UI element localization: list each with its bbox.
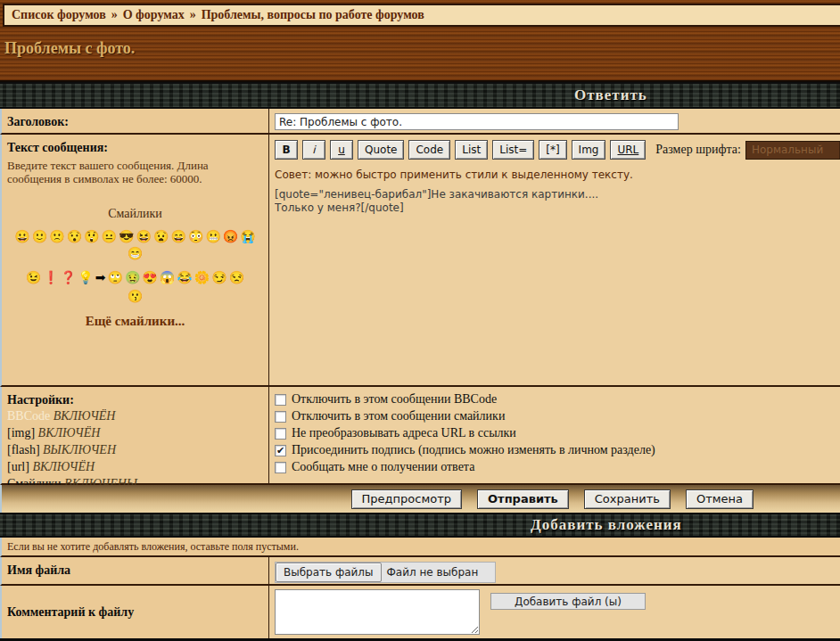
more-smilies-link[interactable]: Ещё смайлики... [7, 314, 263, 329]
smiley-icon[interactable]: 😆 [136, 229, 152, 245]
disable-bbcode-checkbox[interactable] [275, 394, 286, 406]
smiley-icon[interactable]: 😱 [160, 270, 175, 286]
no-url-links-checkbox[interactable] [275, 428, 286, 440]
smiley-icon[interactable]: ❗ [43, 270, 58, 286]
wood-header: Список форумов » О форумах » Проблемы, в… [0, 0, 840, 82]
smiley-icon[interactable]: 😡 [223, 229, 238, 245]
options-row: Настройки: BBCode ВКЛЮЧЁН [img] ВКЛЮЧЁН … [0, 387, 840, 485]
disable-smilies-checkbox[interactable] [275, 411, 286, 423]
message-label: Текст сообщения: [7, 141, 108, 154]
img-button[interactable]: Img [572, 140, 606, 160]
subject-input[interactable] [275, 113, 679, 130]
smiley-icon[interactable]: 😎 [119, 229, 134, 245]
italic-button[interactable]: i [302, 140, 325, 160]
smilies-title: Смайлики [7, 207, 263, 221]
status-flash: [flash] ВЫКЛЮЧЕН [7, 441, 263, 458]
filename-row: Имя файла Выбрать файлы Файл не выбран [0, 557, 840, 586]
subject-field-cell [269, 109, 840, 133]
breadcrumb-link-forum-list[interactable]: Список форумов [12, 8, 106, 22]
smiley-icon[interactable]: 😏 [211, 270, 226, 286]
font-size-select[interactable]: Нормальный ▼ [745, 141, 840, 160]
smiley-icon[interactable]: 🙄 [107, 270, 122, 286]
reply-title-bar: Ответить [0, 82, 840, 109]
file-comment-textarea[interactable] [275, 589, 480, 635]
filename-label: Имя файла [7, 563, 70, 577]
attachments-title-bar: Добавить вложения [0, 513, 840, 538]
breadcrumb-link-current-forum[interactable]: Проблемы, вопросы по работе форумов [202, 8, 424, 22]
file-status-text: Файл не выбран [382, 566, 479, 579]
subject-row: Заголовок: [0, 109, 840, 135]
option-notify-reply: Сообщать мне о получении ответа [275, 460, 835, 474]
font-size-value: Нормальный [746, 144, 839, 156]
add-file-button[interactable]: Добавить файл (ы) [490, 593, 646, 610]
quote-button[interactable]: Quote [358, 140, 404, 160]
breadcrumb-separator: » [111, 8, 118, 22]
option-no-url-links: Не преобразовывать адреса URL в ссылки [275, 426, 835, 440]
smiley-icon[interactable]: 😲 [84, 229, 99, 245]
post-options-cell: Отключить в этом сообщении BBCode Отключ… [269, 387, 840, 483]
smiley-icon[interactable]: 😐 [102, 229, 117, 245]
smiley-icon[interactable]: 😬 [205, 229, 220, 245]
smilies-row-3: 😗 [7, 288, 263, 305]
file-comment-row: Комментарий к файлу Добавить файл (ы) [0, 586, 840, 638]
breadcrumb-link-about-forums[interactable]: О форумах [123, 8, 185, 22]
message-info-cell: Текст сообщения: Введите текст вашего со… [2, 135, 269, 385]
smiley-icon[interactable]: 😳 [188, 229, 203, 245]
attach-signature-checkbox[interactable] [275, 445, 286, 456]
smiley-icon[interactable]: 😍 [142, 270, 157, 286]
settings-cell: Настройки: BBCode ВКЛЮЧЁН [img] ВКЛЮЧЁН … [2, 387, 269, 483]
smiley-icon[interactable]: 😂 [177, 270, 192, 286]
smilies-row-2: 😉❗❓💡➡🙄🤢😍😱😂🌼😏😒 [7, 269, 263, 286]
filename-label-cell: Имя файла [2, 557, 269, 584]
breadcrumb-separator: » [190, 8, 196, 22]
smilies-row-1: 😀🙂🙁😯😲😐😎😆😧😄😳😬😡😭😁 [7, 228, 263, 262]
smiley-icon[interactable]: 😀 [14, 229, 29, 245]
notify-reply-checkbox[interactable] [275, 462, 286, 473]
smiley-icon[interactable]: 😄 [170, 229, 185, 245]
topic-title: Проблемы с фото. [4, 39, 135, 58]
option-disable-bbcode: Отключить в этом сообщении BBCode [275, 392, 835, 407]
status-url: [url] ВКЛЮЧЁН [7, 458, 263, 475]
file-comment-label: Комментарий к файлу [7, 605, 134, 620]
status-img: [img] ВКЛЮЧЁН [7, 424, 263, 441]
smiley-icon[interactable]: 🤢 [125, 270, 140, 286]
breadcrumb: Список форумов » О форумах » Проблемы, в… [3, 4, 840, 27]
smiley-icon[interactable]: 😁 [128, 246, 143, 262]
submit-button[interactable]: Отправить [477, 489, 569, 509]
smiley-icon[interactable]: 😯 [67, 229, 82, 245]
file-input[interactable]: Выбрать файлы Файл не выбран [275, 562, 496, 583]
smiley-icon[interactable]: ➡ [95, 270, 106, 286]
forum-reply-page: Список форумов » О форумах » Проблемы, в… [0, 0, 840, 641]
list-item-button[interactable]: [*] [539, 140, 566, 160]
preview-button[interactable]: Предпросмотр [351, 489, 462, 509]
underline-button[interactable]: u [330, 140, 353, 160]
url-button[interactable]: URL [610, 140, 646, 160]
bold-button[interactable]: B [275, 140, 298, 160]
smiley-icon[interactable]: 💡 [78, 270, 93, 286]
smiley-icon[interactable]: 🙂 [32, 229, 47, 245]
smiley-icon[interactable]: 😭 [240, 229, 255, 245]
filename-field-cell: Выбрать файлы Файл не выбран [269, 557, 840, 584]
choose-files-button[interactable]: Выбрать файлы [276, 563, 382, 582]
option-disable-smilies: Отключить в этом сообщении смайлики [275, 409, 835, 423]
subject-label: Заголовок: [7, 115, 69, 128]
smiley-icon[interactable]: ❓ [61, 270, 76, 286]
ordered-list-button[interactable]: List= [492, 140, 534, 160]
option-attach-signature: Присоединить подпись (подпись можно изме… [275, 443, 835, 457]
smiley-icon[interactable]: 🙁 [49, 229, 64, 245]
smiley-icon[interactable]: 😉 [26, 270, 41, 286]
bbcode-toolbar: B i u Quote Code List List= [*] Img URL … [275, 140, 840, 160]
code-button[interactable]: Code [408, 140, 450, 160]
style-tip: Совет: можно быстро применить стили к вы… [275, 168, 840, 181]
cancel-button[interactable]: Отмена [686, 489, 754, 509]
file-comment-label-cell: Комментарий к файлу [2, 586, 269, 638]
list-button[interactable]: List [455, 140, 488, 160]
message-textarea[interactable]: [quote="ленивец-барибал"]Не закачиваются… [275, 188, 840, 382]
smiley-icon[interactable]: 😗 [128, 289, 143, 305]
status-bbcode: BBCode ВКЛЮЧЁН [7, 407, 263, 424]
smiley-icon[interactable]: 🌼 [194, 270, 210, 286]
smiley-icon[interactable]: 😧 [153, 229, 169, 245]
save-button[interactable]: Сохранить [584, 489, 671, 509]
bbcode-link[interactable]: BBCode [7, 409, 50, 423]
smiley-icon[interactable]: 😒 [229, 270, 244, 286]
